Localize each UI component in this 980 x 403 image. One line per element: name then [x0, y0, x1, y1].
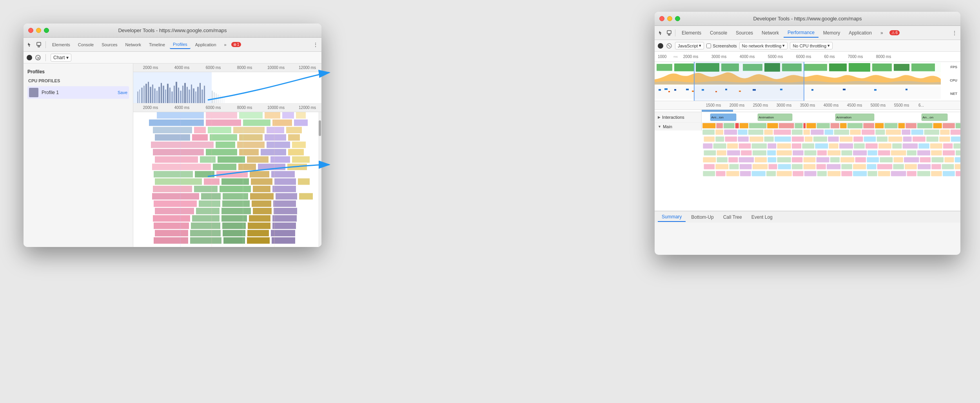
svg-rect-343: [918, 164, 931, 169]
right-tab-application[interactable]: Application: [845, 29, 876, 37]
tab-elements[interactable]: Elements: [49, 41, 73, 49]
svg-rect-357: [828, 171, 840, 176]
right-device-icon[interactable]: [666, 29, 673, 36]
cpu-throttle-dropdown[interactable]: No CPU throttling ▾: [790, 42, 833, 49]
left-main-toolbar: Elements Console Sources Network Timelin…: [24, 38, 321, 52]
svg-rect-177: [811, 89, 813, 91]
right-minimize-button[interactable]: [667, 16, 672, 21]
event-log-tab[interactable]: Event Log: [748, 213, 777, 221]
right-tab-performance[interactable]: Performance: [784, 28, 818, 38]
svg-rect-266: [739, 143, 751, 149]
svg-rect-229: [804, 130, 810, 135]
tab-network[interactable]: Network: [122, 41, 144, 49]
right-tab-sources[interactable]: Sources: [732, 29, 757, 37]
right-maximize-button[interactable]: [675, 16, 680, 21]
interactions-label[interactable]: ▶ Interactions: [655, 112, 702, 122]
svg-rect-280: [918, 143, 929, 149]
screenshots-check[interactable]: [706, 44, 711, 48]
svg-rect-276: [866, 143, 878, 149]
bottom-up-tab[interactable]: Bottom-Up: [687, 213, 717, 221]
tab-timeline[interactable]: Timeline: [146, 41, 168, 49]
right-inspect-icon[interactable]: [658, 29, 665, 36]
right-tab-elements[interactable]: Elements: [678, 29, 705, 37]
minimize-button[interactable]: [36, 28, 41, 33]
svg-rect-247: [764, 136, 774, 142]
svg-rect-295: [841, 150, 852, 155]
flame-chart-area: 2000 ms 4000 ms 6000 ms 8000 ms 10000 ms…: [133, 64, 321, 247]
svg-rect-350: [740, 171, 751, 176]
right-more-options-button[interactable]: ⋮: [952, 30, 957, 36]
svg-rect-226: [764, 130, 773, 135]
close-button[interactable]: [28, 28, 33, 33]
right-stop-button[interactable]: [666, 42, 673, 49]
svg-rect-359: [853, 171, 867, 176]
maximize-button[interactable]: [44, 28, 49, 33]
perf-overview-area[interactable]: FPS CPU NET: [655, 62, 960, 101]
profile-1-item[interactable]: Profile 1 Save: [27, 86, 129, 99]
svg-rect-198: [716, 123, 723, 128]
svg-rect-329: [740, 164, 752, 169]
call-tree-tab[interactable]: Call Tree: [719, 213, 746, 221]
svg-rect-339: [867, 164, 876, 169]
svg-rect-19: [169, 88, 171, 103]
more-options-button[interactable]: ⋮: [313, 42, 318, 48]
svg-rect-294: [828, 150, 840, 155]
svg-rect-23: [178, 88, 179, 103]
overview-tick-60: 60 ms: [818, 54, 841, 59]
net-label: NET: [950, 92, 957, 96]
screenshots-checkbox[interactable]: Screenshots: [706, 44, 737, 48]
warning-icon: ⚠: [891, 31, 895, 35]
main-label[interactable]: ▼ Main: [655, 123, 702, 131]
inspect-icon[interactable]: [27, 41, 34, 48]
interactions-content[interactable]: Ani...ion Animation Animation An...on: [702, 112, 960, 122]
right-close-button[interactable]: [659, 16, 664, 21]
svg-rect-301: [917, 150, 930, 155]
svg-rect-13: [156, 91, 158, 103]
profile-name: Profile 1: [42, 90, 114, 95]
right-tab-memory[interactable]: Memory: [819, 29, 844, 37]
svg-rect-285: [717, 150, 726, 155]
svg-rect-334: [804, 164, 816, 169]
tab-more[interactable]: »: [221, 41, 230, 49]
svg-rect-137: [223, 237, 245, 243]
right-tab-more[interactable]: »: [877, 29, 887, 37]
right-record-button[interactable]: [658, 43, 663, 49]
svg-rect-77: [155, 156, 198, 163]
tab-application[interactable]: Application: [192, 41, 220, 49]
svg-rect-181: [668, 91, 670, 92]
main-flame-content[interactable]: [702, 123, 960, 211]
tick-4000ms-b: 4000 ms: [166, 105, 198, 110]
svg-text:Animation: Animation: [759, 115, 774, 119]
right-tab-network[interactable]: Network: [758, 29, 783, 37]
js-dropdown[interactable]: JavaScript ▾: [675, 42, 704, 49]
tab-sources[interactable]: Sources: [98, 41, 120, 49]
device-icon[interactable]: [35, 41, 42, 48]
summary-tab[interactable]: Summary: [658, 212, 686, 222]
right-secondary-toolbar: JavaScript ▾ Screenshots No network thro…: [655, 40, 960, 52]
stop-button[interactable]: [35, 55, 41, 60]
svg-rect-98: [298, 178, 310, 185]
svg-rect-26: [184, 83, 186, 103]
scrollbar-thumb[interactable]: [319, 120, 321, 136]
tab-console[interactable]: Console: [75, 41, 97, 49]
svg-rect-5: [139, 89, 140, 103]
flame-chart-canvas[interactable]: (...) (... (...): [133, 112, 321, 247]
svg-rect-59: [267, 127, 284, 133]
svg-rect-288: [753, 150, 766, 155]
svg-rect-222: [715, 130, 723, 135]
tab-profiles[interactable]: Profiles: [170, 40, 191, 49]
vertical-scrollbar[interactable]: [318, 112, 321, 247]
right-tab-console[interactable]: Console: [706, 29, 731, 37]
tick-6000ms-top: 6000 ms: [198, 65, 229, 70]
svg-rect-277: [878, 143, 891, 149]
svg-rect-169: [659, 89, 661, 91]
chart-dropdown[interactable]: Chart ▾: [51, 54, 71, 62]
record-button[interactable]: [27, 55, 32, 60]
svg-rect-203: [767, 123, 778, 128]
svg-rect-185: [694, 62, 695, 101]
network-throttle-dropdown[interactable]: No network throttling ▾: [739, 42, 788, 49]
save-profile-button[interactable]: Save: [118, 90, 127, 95]
toolbar-separator-1: [45, 41, 46, 48]
network-throttle-arrow: ▾: [782, 43, 785, 48]
tick-12000ms-b: 12000 ms: [292, 105, 321, 110]
